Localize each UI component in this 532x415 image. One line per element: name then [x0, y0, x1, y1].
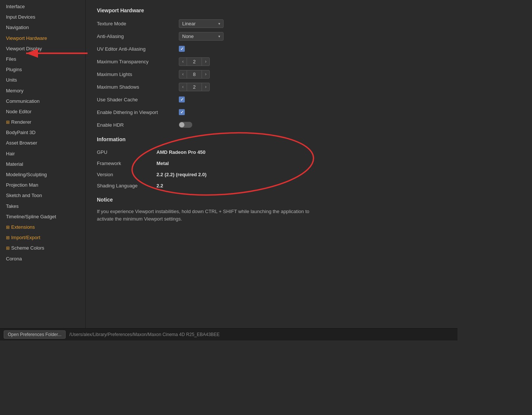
gpu-value: AMD Radeon Pro 450	[156, 149, 205, 155]
anti-aliasing-dropdown[interactable]: None ▾	[179, 32, 224, 41]
sidebar-item-label: Renderer	[11, 119, 31, 126]
toggle-knob	[179, 122, 184, 127]
sidebar-item-label: Material	[6, 161, 23, 168]
sidebar-item-import-export[interactable]: ⊞ Import/Export	[0, 232, 85, 243]
max-lights-decrement[interactable]: ‹	[179, 70, 187, 78]
max-transparency-increment[interactable]: ›	[202, 58, 209, 65]
sidebar-item-communication[interactable]: Communication	[0, 96, 85, 107]
texture-mode-row: Texture Mode Linear ▾	[97, 19, 446, 28]
texture-mode-value: Linear ▾	[179, 19, 224, 28]
sidebar-item-label: Memory	[6, 88, 23, 94]
anti-aliasing-label: Anti-Aliasing	[97, 34, 179, 39]
sidebar-item-label: Communication	[6, 98, 39, 105]
shading-lang-row: Shading Language 2.2	[97, 181, 446, 190]
sidebar-item-label: Viewport Display	[6, 45, 42, 52]
sidebar-item-corona[interactable]: Corona	[0, 254, 85, 264]
shader-cache-checkbox[interactable]: ✓	[179, 96, 185, 102]
max-shadows-value: 2	[187, 83, 202, 91]
sidebar-item-sketch-and-toon[interactable]: Sketch and Toon	[0, 190, 85, 201]
max-shadows-increment[interactable]: ›	[202, 83, 209, 91]
sidebar-item-label: Import/Export	[11, 234, 40, 241]
sidebar-item-bodypaint-3d[interactable]: BodyPaint 3D	[0, 127, 85, 138]
open-preferences-button[interactable]: Open Preferences Folder...	[4, 330, 66, 339]
sidebar-item-renderer[interactable]: ⊞ Renderer	[0, 117, 85, 127]
sidebar-item-navigation[interactable]: Navigation	[0, 22, 85, 33]
information-title: Information	[97, 136, 446, 142]
max-lights-row: Maximum Lights ‹ 8 ›	[97, 69, 446, 79]
sidebar-item-modeling-sculpting[interactable]: Modeling/Sculpting	[0, 170, 85, 180]
sidebar-item-node-editor[interactable]: Node Editor	[0, 107, 85, 117]
sidebar-item-label: Takes	[6, 203, 19, 210]
sidebar-item-label: Plugins	[6, 66, 22, 73]
bottom-bar: Open Preferences Folder... /Users/alex/L…	[0, 328, 457, 340]
max-shadows-stepper: ‹ 2 ›	[179, 83, 210, 91]
max-lights-label: Maximum Lights	[97, 72, 179, 77]
sidebar-item-label: Node Editor	[6, 108, 32, 115]
dithering-checkbox[interactable]: ✓	[179, 109, 185, 115]
max-lights-stepper: ‹ 8 ›	[179, 70, 210, 79]
sidebar-item-label: Units	[6, 77, 17, 83]
sidebar-item-projection-man[interactable]: Projection Man	[0, 180, 85, 190]
sidebar-item-scheme-colors[interactable]: ⊞ Scheme Colors	[0, 243, 85, 253]
chevron-down-icon: ▾	[218, 22, 220, 26]
sidebar-item-label: Navigation	[6, 24, 29, 31]
sidebar-item-label: Viewport Hardware	[6, 35, 47, 42]
sidebar-item-extensions[interactable]: ⊞ Extensions	[0, 222, 85, 232]
shading-lang-value: 2.2	[156, 183, 163, 189]
max-shadows-label: Maximum Shadows	[97, 84, 179, 90]
sidebar-item-material[interactable]: Material	[0, 159, 85, 170]
sidebar-item-hair[interactable]: Hair	[0, 149, 85, 159]
max-shadows-decrement[interactable]: ‹	[179, 83, 187, 91]
max-transparency-stepper: ‹ 2 ›	[179, 57, 210, 66]
texture-mode-label: Texture Mode	[97, 21, 179, 26]
uv-editor-checkbox[interactable]: ✓	[179, 46, 185, 52]
information-section: Information GPU AMD Radeon Pro 450 Frame…	[97, 136, 446, 190]
hdr-toggle[interactable]	[179, 122, 192, 128]
sidebar-item-label: Hair	[6, 151, 15, 157]
framework-label: Framework	[97, 161, 156, 166]
chevron-down-icon: ▾	[218, 34, 220, 38]
sidebar-item-files[interactable]: Files	[0, 54, 85, 64]
anti-aliasing-row: Anti-Aliasing None ▾	[97, 31, 446, 41]
expand-icon: ⊞	[6, 119, 10, 126]
max-lights-value: 8	[187, 70, 202, 78]
sidebar-item-label: Timeline/Spline Gadget	[6, 213, 56, 220]
sidebar-item-viewport-display[interactable]: Viewport Display	[0, 44, 85, 54]
sidebar-item-asset-browser[interactable]: Asset Browser	[0, 138, 85, 148]
sidebar-item-viewport-hardware[interactable]: Viewport Hardware	[0, 33, 85, 44]
max-transparency-label: Maximum Transparency	[97, 59, 179, 64]
notice-title: Notice	[97, 197, 446, 203]
sidebar-item-plugins[interactable]: Plugins	[0, 64, 85, 75]
max-transparency-decrement[interactable]: ‹	[179, 58, 187, 65]
gpu-label: GPU	[97, 149, 156, 155]
expand-icon: ⊞	[6, 235, 10, 241]
sidebar-item-interface[interactable]: Interface	[0, 1, 85, 12]
sidebar-item-label: BodyPaint 3D	[6, 129, 36, 136]
dithering-row: Enable Dithering in Viewport ✓	[97, 107, 446, 117]
shader-cache-label: Use Shader Cache	[97, 97, 179, 102]
version-value: 2.2 (2.2) (required 2.0)	[156, 172, 206, 177]
sidebar-item-takes[interactable]: Takes	[0, 201, 85, 212]
texture-mode-dropdown[interactable]: Linear ▾	[179, 19, 224, 28]
sidebar-item-timeline-spline-gadget[interactable]: Timeline/Spline Gadget	[0, 212, 85, 222]
framework-row: Framework Metal	[97, 159, 446, 168]
max-transparency-value: 2	[187, 58, 202, 66]
sidebar-item-label: Scheme Colors	[11, 245, 44, 251]
expand-icon: ⊞	[6, 245, 10, 251]
sidebar-item-memory[interactable]: Memory	[0, 86, 85, 96]
expand-icon: ⊞	[6, 224, 10, 231]
sidebar-item-label: Sketch and Toon	[6, 192, 42, 199]
hdr-row: Enable HDR	[97, 120, 446, 130]
sidebar: InterfaceInput DevicesNavigationViewport…	[0, 0, 86, 328]
sidebar-item-label: Asset Browser	[6, 140, 37, 146]
dithering-label: Enable Dithering in Viewport	[97, 110, 179, 115]
uv-editor-label: UV Editor Anti-Aliasing	[97, 46, 179, 52]
content-area: Viewport Hardware Texture Mode Linear ▾ …	[86, 0, 457, 328]
max-lights-increment[interactable]: ›	[202, 70, 209, 78]
sidebar-item-units[interactable]: Units	[0, 75, 85, 85]
sidebar-item-input-devices[interactable]: Input Devices	[0, 12, 85, 22]
version-row: Version 2.2 (2.2) (required 2.0)	[97, 170, 446, 179]
sidebar-item-label: Interface	[6, 3, 25, 10]
sidebar-item-label: Extensions	[11, 224, 35, 231]
framework-value: Metal	[156, 161, 169, 166]
